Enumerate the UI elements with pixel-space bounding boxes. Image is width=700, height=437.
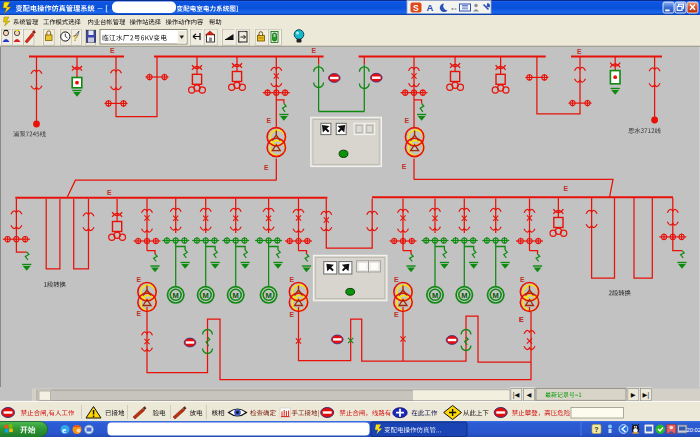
svg-text:M: M xyxy=(173,291,179,300)
svg-text:E: E xyxy=(290,311,295,318)
svg-text:A: A xyxy=(427,2,434,13)
svg-text:E: E xyxy=(264,164,269,171)
svg-text:E: E xyxy=(137,276,142,283)
svg-text:|◀: |◀ xyxy=(513,391,520,399)
svg-text:E: E xyxy=(312,47,317,54)
svg-text:20:02: 20:02 xyxy=(687,427,700,433)
svg-text:E: E xyxy=(520,276,525,283)
svg-text:E: E xyxy=(394,311,399,318)
svg-text:E: E xyxy=(564,185,569,192)
svg-text:M: M xyxy=(203,291,209,300)
svg-text:E: E xyxy=(577,48,582,55)
svg-text:M: M xyxy=(432,291,438,300)
svg-text:E: E xyxy=(267,117,272,124)
svg-text:E: E xyxy=(110,47,115,54)
svg-text:S: S xyxy=(413,3,419,13)
svg-text:E: E xyxy=(394,276,399,283)
svg-text:▶|: ▶| xyxy=(643,391,650,399)
svg-text:E: E xyxy=(405,117,410,124)
svg-text:M: M xyxy=(265,291,271,300)
svg-text:E: E xyxy=(402,163,407,170)
svg-text:▶: ▶ xyxy=(631,391,636,398)
svg-text:M: M xyxy=(493,291,499,300)
svg-text:◀: ◀ xyxy=(526,391,531,398)
svg-text:E: E xyxy=(290,276,295,283)
svg-text:E: E xyxy=(136,310,141,317)
svg-text:E: E xyxy=(107,189,112,196)
svg-text:E: E xyxy=(519,316,524,323)
svg-text:M: M xyxy=(461,291,467,300)
svg-text:?: ? xyxy=(594,426,598,433)
svg-text:?: ? xyxy=(73,33,79,43)
svg-text:M: M xyxy=(233,291,239,300)
svg-text:e: e xyxy=(62,425,66,435)
